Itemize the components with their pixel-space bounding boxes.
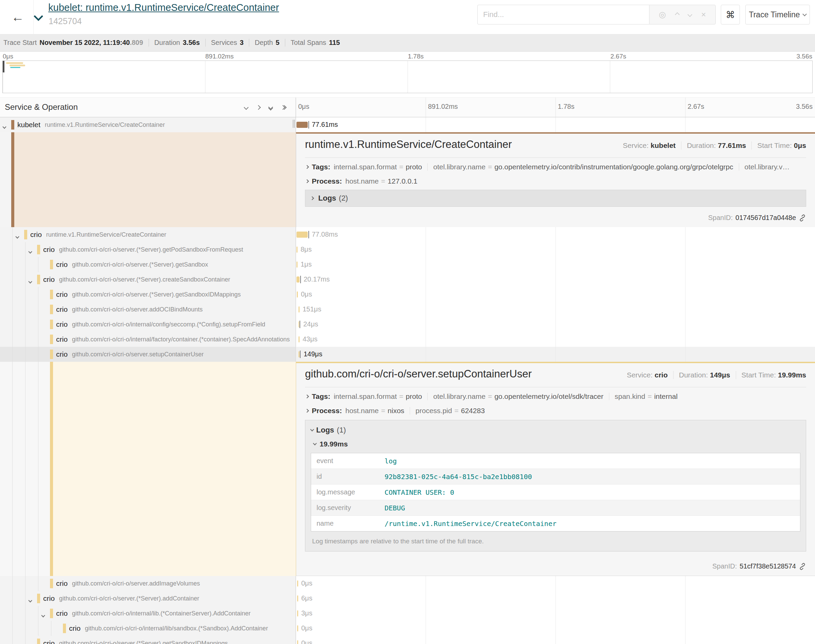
process-row[interactable]: Process: host.name=nixosprocess.pid=6242… bbox=[305, 403, 806, 418]
span-row[interactable]: criogithub.com/cri-o/cri-o/server.addIma… bbox=[0, 576, 815, 591]
tags-row[interactable]: Tags: internal.span.format=protootel.lib… bbox=[305, 160, 806, 174]
minimap-canvas[interactable] bbox=[2, 61, 813, 93]
span-row[interactable]: criogithub.com/cri-o/cri-o/server.(*Serv… bbox=[0, 242, 815, 257]
span-duration-bar[interactable] bbox=[297, 640, 298, 644]
locate-icon[interactable]: ◎ bbox=[659, 10, 666, 19]
tag-kv: otel.library.name=go.opentelemetry.io/ot… bbox=[433, 393, 604, 400]
span-duration-bar[interactable] bbox=[297, 122, 308, 128]
row-collapse-chevron-icon[interactable] bbox=[29, 597, 32, 603]
span-row[interactable]: criogithub.com/cri-o/cri-o/server.(*Serv… bbox=[0, 636, 815, 644]
timeline-ruler: 0μs891.02ms1.78s2.67s3.56s bbox=[296, 98, 815, 117]
minimap-drag-handle[interactable] bbox=[3, 61, 5, 72]
service-color-bar bbox=[50, 334, 53, 344]
column-resize-grip[interactable] bbox=[293, 120, 296, 128]
indent-guide bbox=[12, 347, 12, 362]
indent-guide bbox=[12, 621, 12, 636]
trace-title-link[interactable]: kubelet: runtime.v1.RuntimeService/Creat… bbox=[48, 2, 279, 13]
span-row[interactable]: criogithub.com/cri-o/cri-o/server.setupC… bbox=[0, 347, 815, 362]
row-collapse-chevron-icon[interactable] bbox=[29, 278, 32, 284]
span-duration-bar[interactable] bbox=[297, 291, 298, 297]
span-row[interactable]: criogithub.com/cri-o/cri-o/internal/lib/… bbox=[0, 621, 815, 636]
service-color-bar bbox=[50, 579, 53, 588]
span-row[interactable]: criogithub.com/cri-o/cri-o/internal/fact… bbox=[0, 332, 815, 347]
span-duration-bar[interactable] bbox=[297, 610, 298, 616]
indent-guide bbox=[12, 362, 12, 576]
expand-all-icon[interactable] bbox=[281, 106, 286, 109]
keyboard-shortcuts-button[interactable]: ⌘ bbox=[721, 5, 740, 25]
logs-expanded-box: Logs (1) 19.99ms eventlogid92b82381-025c… bbox=[305, 420, 806, 552]
row-operation-name: github.com/cri-o/cri-o/internal/factory/… bbox=[72, 336, 290, 343]
row-collapse-chevron-icon[interactable] bbox=[42, 612, 44, 618]
log-timestamps-note: Log timestamps are relative to the start… bbox=[312, 538, 799, 545]
collapse-all-icon[interactable] bbox=[269, 106, 272, 110]
row-collapse-chevron-icon[interactable] bbox=[3, 123, 6, 130]
header-divider bbox=[33, 0, 34, 34]
tag-kv: otel.library.name=go.opentelemetry.io/co… bbox=[433, 163, 733, 171]
span-row[interactable]: crioruntime.v1.RuntimeService/CreateCont… bbox=[0, 227, 815, 242]
find-next-icon[interactable] bbox=[688, 12, 692, 18]
back-arrow-icon[interactable]: ← bbox=[8, 8, 28, 26]
span-duration-bar[interactable] bbox=[297, 261, 297, 268]
summary-item: Depth5 bbox=[249, 39, 279, 47]
detail-start-time: 0μs bbox=[794, 141, 806, 149]
row-collapse-chevron-icon[interactable] bbox=[29, 248, 32, 255]
spanid-label: SpanID: bbox=[712, 563, 737, 570]
span-duration-bar[interactable] bbox=[299, 336, 300, 342]
span-detail-kubelet: runtime.v1.RuntimeService/CreateContaine… bbox=[0, 132, 815, 227]
process-row[interactable]: Process: host.name=127.0.0.1 bbox=[305, 174, 806, 189]
row-operation-name: github.com/cri-o/cri-o/internal/lib.(*Co… bbox=[72, 610, 251, 617]
logs-header[interactable]: Logs (1) bbox=[311, 424, 800, 436]
span-row[interactable]: criogithub.com/cri-o/cri-o/server.(*Serv… bbox=[0, 257, 815, 272]
minimap-tick: 891.02ms bbox=[205, 53, 234, 60]
find-clear-icon[interactable]: × bbox=[701, 10, 706, 19]
logs-collapsed-bar[interactable]: Logs (2) bbox=[305, 190, 806, 207]
find-input[interactable] bbox=[477, 5, 649, 25]
span-duration-bar[interactable] bbox=[299, 307, 300, 313]
span-duration-bar[interactable] bbox=[297, 247, 297, 253]
log-fields-table: eventlogid92b82381-025c-4a64-815c-ba2e1b… bbox=[311, 453, 800, 532]
find-prev-icon[interactable] bbox=[676, 12, 679, 18]
indent-guide bbox=[38, 332, 38, 347]
span-row[interactable]: criogithub.com/cri-o/cri-o/server.(*Serv… bbox=[0, 287, 815, 302]
span-duration-bar[interactable] bbox=[297, 276, 300, 282]
service-color-bar bbox=[37, 245, 40, 255]
row-service-name: crio bbox=[56, 261, 67, 268]
span-row[interactable]: kubeletruntime.v1.RuntimeService/CreateC… bbox=[0, 117, 815, 132]
service-color-bar bbox=[37, 594, 40, 603]
collapse-trace-chevron-icon[interactable] bbox=[35, 13, 42, 21]
span-duration-bar[interactable] bbox=[297, 595, 298, 601]
row-operation-name: github.com/cri-o/cri-o/server.(*Server).… bbox=[59, 246, 243, 253]
span-row[interactable]: criogithub.com/cri-o/cri-o/server.(*Serv… bbox=[0, 591, 815, 606]
row-operation-name: runtime.v1.RuntimeService/CreateContaine… bbox=[45, 121, 165, 129]
span-duration-bar[interactable] bbox=[299, 321, 299, 327]
jaeger-trace-view: ← kubelet: runtime.v1.RuntimeService/Cre… bbox=[0, 0, 815, 644]
span-row[interactable]: criogithub.com/cri-o/cri-o/server.(*Serv… bbox=[0, 272, 815, 287]
span-rows-mid: crioruntime.v1.RuntimeService/CreateCont… bbox=[0, 227, 815, 362]
log-entry-timestamp[interactable]: 19.99ms bbox=[314, 438, 800, 450]
log-field-row: name/runtime.v1.RuntimeService/CreateCon… bbox=[311, 516, 800, 531]
span-duration-bar[interactable] bbox=[297, 580, 298, 587]
span-self-tick bbox=[300, 351, 300, 358]
expanded-row-shade bbox=[14, 132, 296, 227]
span-row[interactable]: criogithub.com/cri-o/cri-o/internal/lib.… bbox=[0, 606, 815, 621]
indent-guide bbox=[38, 621, 38, 636]
collapse-one-icon[interactable] bbox=[245, 104, 248, 110]
span-self-tick bbox=[308, 121, 309, 129]
tags-row[interactable]: Tags: internal.span.format=protootel.lib… bbox=[305, 389, 806, 403]
row-service-name: crio bbox=[56, 320, 67, 328]
indent-guide bbox=[25, 302, 26, 317]
minimap-span bbox=[9, 64, 25, 66]
row-collapse-chevron-icon[interactable] bbox=[16, 233, 19, 239]
expand-one-icon[interactable] bbox=[257, 104, 260, 110]
span-row[interactable]: criogithub.com/cri-o/cri-o/internal/conf… bbox=[0, 317, 815, 332]
span-row[interactable]: criogithub.com/cri-o/cri-o/server.addOCI… bbox=[0, 302, 815, 317]
span-duration-label: 1μs bbox=[300, 261, 312, 268]
span-duration-bar[interactable] bbox=[299, 351, 300, 357]
ruler-tick: 1.78s bbox=[558, 103, 574, 110]
span-link-icon[interactable] bbox=[799, 214, 806, 222]
span-duration-bar[interactable] bbox=[297, 625, 298, 632]
view-dropdown-button[interactable]: Trace Timeline bbox=[745, 5, 810, 25]
span-link-icon[interactable] bbox=[799, 563, 806, 570]
span-duration-bar[interactable] bbox=[297, 232, 308, 238]
ruler-tick: 891.02ms bbox=[428, 103, 458, 110]
